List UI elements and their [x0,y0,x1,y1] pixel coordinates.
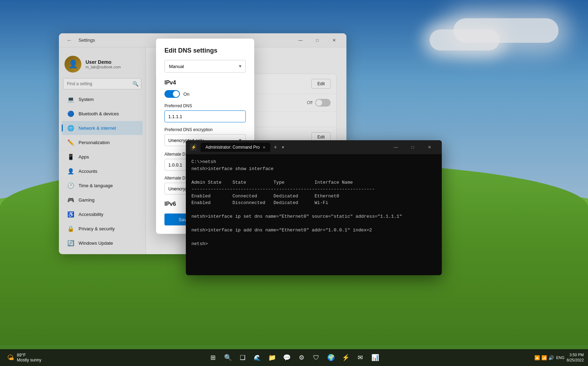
browser-button[interactable]: 🌍 [325,351,337,364]
explorer-button[interactable]: 📁 [266,351,278,364]
teams-button[interactable]: 💬 [281,351,293,364]
search-button[interactable]: 🔍 [222,351,234,364]
cmd-maximize-button[interactable]: □ [405,142,421,153]
cmd-titlebar-left: ⚡ Administrator: Command Pro ✕ + ▾ [190,143,285,152]
tray-icons: 🔼 📶 🔊 [534,355,554,360]
cmd-window: ⚡ Administrator: Command Pro ✕ + ▾ — □ ✕… [186,140,442,275]
cmd-row-1: Enabled Connected Dedicated Ethernet0 [191,194,339,199]
cmd-blank-4 [191,235,194,240]
cmd-divider: ----------------------------------------… [191,187,375,192]
cmd-blank-2 [191,207,194,212]
cmd-blank-3 [191,221,194,226]
cmd-titlebar: ⚡ Administrator: Command Pro ✕ + ▾ — □ ✕ [186,140,442,154]
weather-condition: Mostly sunny [17,358,41,362]
cmd-blank-1 [191,173,194,178]
outlook-button[interactable]: ✉ [354,351,367,364]
weather-widget[interactable]: 🌤 89°F Mostly sunny [4,351,44,364]
cmd-prompt-line: netsh> [191,241,208,246]
cmd-minimize-button[interactable]: — [388,142,404,153]
clock-date: 8/25/2022 [567,358,584,363]
taskbar-left: 🌤 89°F Mostly sunny [4,351,44,364]
cmd-headers: Admin State State Type Interface Name [191,180,353,185]
cmd-content[interactable]: C:\>netsh netsh>interface show interface… [186,154,442,275]
dns-mode-select[interactable]: Manual [164,60,246,73]
cmd-tabs-dropdown[interactable]: ▾ [281,145,285,150]
cmd-tab-active[interactable]: Administrator: Command Pro ✕ [201,143,270,152]
ipv4-section-title: IPv4 [164,80,246,86]
start-button[interactable]: ⊞ [207,351,219,364]
settings-button[interactable]: ⚙ [295,351,308,364]
taskbar-center: ⊞ 🔍 ❑ 🌊 📁 💬 ⚙ 🛡 🌍 ⚡ ✉ 📊 [207,351,381,364]
cmd-command-3: netsh>interface ip add dns name="Etherne… [191,228,372,233]
cmd-tab-close-icon[interactable]: ✕ [263,145,265,149]
cmd-app-icon: ⚡ [190,144,197,151]
cmd-row-2: Enabled Disconnected Dedicated Wi-Fi [191,200,328,205]
clock-time: 3:50 PM [567,352,584,358]
ipv4-toggle-label: On [183,92,189,97]
cmd-tabs: Administrator: Command Pro ✕ + ▾ [201,143,285,152]
extra-app-button[interactable]: 📊 [369,351,381,364]
dns-mode-wrapper: Manual ▼ [164,60,246,73]
cmd-window-controls: — □ ✕ [388,142,438,153]
terminal-button[interactable]: ⚡ [339,351,352,364]
cmd-command-1: netsh>interface ip set dns name="Etherne… [191,214,402,219]
taskbar: 🌤 89°F Mostly sunny ⊞ 🔍 ❑ 🌊 📁 💬 ⚙ 🛡 🌍 ⚡ … [0,349,588,366]
ipv6-title: IPv6 [164,201,176,207]
weather-info: 89°F Mostly sunny [17,353,41,362]
network-tray-icon[interactable]: 🔼 [534,355,540,360]
clock[interactable]: 3:50 PM 8/25/2022 [567,352,584,363]
wifi-tray-icon[interactable]: 📶 [541,355,547,360]
volume-tray-icon[interactable]: 🔊 [548,355,554,360]
language-indicator[interactable]: ENG [556,355,565,360]
preferred-encryption-label: Preferred DNS encryption [164,127,246,132]
cmd-line-1: C:\>netsh [191,159,216,164]
cmd-new-tab-button[interactable]: + [272,144,279,150]
cmd-tab-title: Administrator: Command Pro [205,145,260,150]
cmd-line-2: netsh>interface show interface [191,166,273,171]
taskview-button[interactable]: ❑ [236,351,249,364]
preferred-dns-input[interactable] [164,110,246,122]
preferred-dns-label: Preferred DNS [164,103,246,108]
edge-button[interactable]: 🌊 [251,351,264,364]
security-button[interactable]: 🛡 [310,351,323,364]
taskbar-right: 🔼 📶 🔊 ENG 3:50 PM 8/25/2022 [534,352,584,363]
cmd-close-button[interactable]: ✕ [421,142,438,153]
ipv4-toggle[interactable] [164,90,180,98]
system-tray: 🔼 📶 🔊 ENG 3:50 PM 8/25/2022 [534,352,584,363]
ipv4-toggle-row: On [164,90,246,98]
dns-dialog-title: Edit DNS settings [164,47,246,54]
weather-icon: 🌤 [7,354,14,362]
weather-temp: 89°F [17,353,41,358]
